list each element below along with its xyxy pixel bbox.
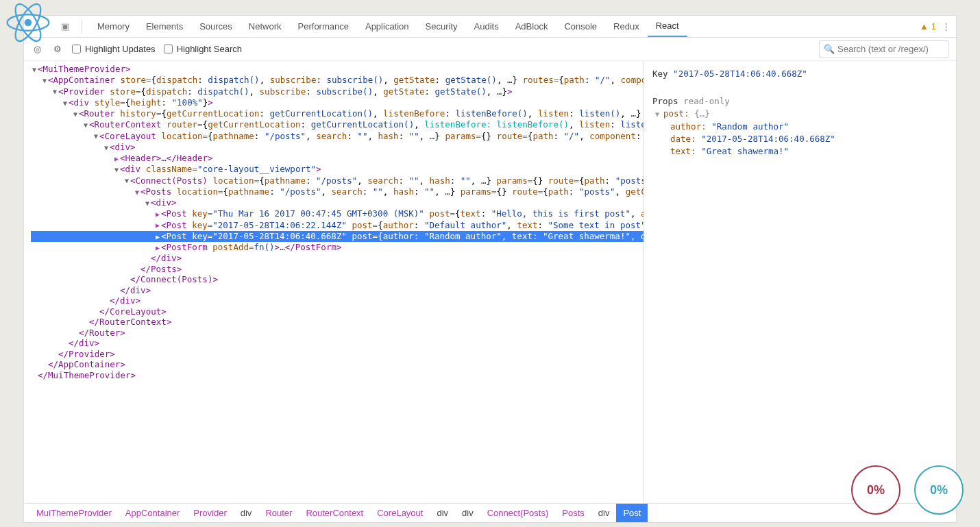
tree-node[interactable]: <PostForm postAdd=fn()>…</PostForm> bbox=[31, 242, 644, 253]
breadcrumb-item[interactable]: AppContainer bbox=[119, 504, 187, 522]
breadcrumb-item[interactable]: div bbox=[234, 504, 259, 522]
prop-key: post: bbox=[663, 108, 694, 119]
tab-network[interactable]: Network bbox=[241, 16, 290, 37]
prop-key: text: bbox=[670, 146, 701, 156]
progress-circle-right[interactable]: 0% bbox=[914, 465, 964, 515]
breadcrumb-item-selected[interactable]: Post bbox=[616, 504, 648, 522]
prop-author[interactable]: author: "Random author" bbox=[652, 121, 948, 133]
warning-count: 1 bbox=[931, 21, 936, 32]
highlight-search-checkbox[interactable] bbox=[164, 45, 173, 53]
react-devtools-toolbar: ◎ ⚙ Highlight Updates Highlight Search 🔍 bbox=[24, 38, 956, 61]
tree-node[interactable]: </RouterContext> bbox=[31, 317, 644, 328]
tree-node-selected[interactable]: <Post key="2017-05-28T14:06:40.668Z" pos… bbox=[31, 231, 644, 242]
props-sidebar: Key "2017-05-28T14:06:40.668Z" Props rea… bbox=[644, 61, 956, 503]
tree-node[interactable]: <Router history={getCurrentLocation: get… bbox=[31, 108, 644, 119]
tab-redux[interactable]: Redux bbox=[605, 16, 648, 37]
tree-node[interactable]: <div className="core-layout__viewport"> bbox=[31, 164, 644, 175]
chevron-down-icon: ▼ bbox=[655, 110, 663, 118]
search-input[interactable] bbox=[837, 44, 944, 54]
svg-point-3 bbox=[25, 19, 32, 27]
breadcrumb-item[interactable]: Provider bbox=[186, 504, 233, 522]
tree-node[interactable]: </CoreLayout> bbox=[31, 306, 644, 317]
prop-value: "Random author" bbox=[711, 121, 789, 132]
tree-node[interactable]: </div> bbox=[31, 285, 644, 296]
prop-key: date: bbox=[670, 134, 701, 144]
highlight-search-toggle[interactable]: Highlight Search bbox=[164, 44, 242, 54]
props-label: Props bbox=[652, 96, 683, 106]
tree-node[interactable]: <Post key="Thu Mar 16 2017 00:47:45 GMT+… bbox=[31, 208, 644, 219]
highlight-search-label: Highlight Search bbox=[177, 44, 242, 54]
tree-node[interactable]: </Router> bbox=[31, 328, 644, 339]
tree-node[interactable]: <Post key="2017-05-28T14:06:22.144Z" pos… bbox=[31, 220, 644, 231]
tab-audits[interactable]: Audits bbox=[466, 16, 507, 37]
prop-post[interactable]: ▼ post: {…} bbox=[652, 108, 948, 121]
warning-badge[interactable]: ▲ 1 bbox=[920, 21, 936, 32]
breadcrumb-item[interactable]: CoreLayout bbox=[370, 504, 430, 522]
breadcrumb: MuiThemeProvider AppContainer Provider d… bbox=[24, 503, 956, 522]
breadcrumb-item[interactable]: MuiThemeProvider bbox=[29, 504, 119, 522]
breadcrumb-item[interactable]: Posts bbox=[555, 504, 591, 522]
props-header: Props read-only bbox=[652, 95, 948, 108]
key-value: "2017-05-28T14:06:40.668Z" bbox=[673, 69, 807, 79]
tree-node[interactable]: </div> bbox=[31, 253, 644, 264]
tab-sources[interactable]: Sources bbox=[191, 16, 241, 37]
tab-application[interactable]: Application bbox=[357, 16, 417, 37]
prop-key: author: bbox=[670, 121, 711, 132]
tree-node[interactable]: <div> bbox=[31, 197, 644, 208]
tree-node[interactable]: <div> bbox=[31, 142, 644, 153]
prop-value: "Great shawerma!" bbox=[701, 146, 789, 156]
highlight-updates-checkbox[interactable] bbox=[72, 45, 81, 53]
tree-node[interactable]: </MuiThemeProvider> bbox=[31, 370, 644, 381]
breadcrumb-item[interactable]: div bbox=[455, 504, 480, 522]
tab-memory[interactable]: Memory bbox=[89, 16, 138, 37]
search-box[interactable]: 🔍 bbox=[819, 40, 949, 58]
tree-node[interactable]: </div> bbox=[31, 295, 644, 306]
tab-console[interactable]: Console bbox=[556, 16, 605, 37]
tab-adblock[interactable]: AdBlock bbox=[507, 16, 556, 37]
progress-circle-left[interactable]: 0% bbox=[851, 465, 901, 515]
props-readonly: read-only bbox=[683, 96, 730, 106]
tree-node[interactable]: <Header>…</Header> bbox=[31, 153, 644, 164]
tree-node[interactable]: <RouterContext router={getCurrentLocatio… bbox=[31, 119, 644, 130]
tree-node[interactable]: <MuiThemeProvider> bbox=[31, 64, 644, 75]
breadcrumb-item[interactable]: RouterContext bbox=[299, 504, 370, 522]
target-icon[interactable]: ◎ bbox=[31, 44, 43, 54]
breadcrumb-item[interactable]: Connect(Posts) bbox=[480, 504, 556, 522]
key-row: Key "2017-05-28T14:06:40.668Z" bbox=[652, 68, 948, 80]
key-label: Key bbox=[652, 69, 673, 79]
tree-node[interactable]: </Connect(Posts)> bbox=[31, 274, 644, 285]
component-tree[interactable]: <MuiThemeProvider> <AppContainer store={… bbox=[24, 61, 644, 503]
prop-value: {…} bbox=[694, 108, 710, 119]
tab-security[interactable]: Security bbox=[417, 16, 466, 37]
tree-node[interactable]: <Provider store={dispatch: dispatch(), s… bbox=[31, 86, 644, 97]
tree-node[interactable]: </Posts> bbox=[31, 264, 644, 275]
prop-text[interactable]: text: "Great shawerma!" bbox=[652, 145, 948, 158]
react-logo bbox=[5, 3, 51, 45]
breadcrumb-item[interactable]: Router bbox=[258, 504, 299, 522]
separator bbox=[82, 20, 82, 34]
highlight-updates-toggle[interactable]: Highlight Updates bbox=[72, 44, 156, 54]
tree-node[interactable]: </AppContainer> bbox=[31, 359, 644, 370]
tab-react[interactable]: React bbox=[648, 16, 687, 37]
kebab-menu-icon[interactable]: ⋮ bbox=[942, 21, 951, 32]
tree-node[interactable]: <div style={height: "100%"}> bbox=[31, 97, 644, 108]
tree-node[interactable]: </Provider> bbox=[31, 349, 644, 360]
warning-icon: ▲ bbox=[920, 21, 929, 32]
tree-node[interactable]: </div> bbox=[31, 338, 644, 349]
prop-value: "2017-05-28T14:06:40.668Z" bbox=[701, 134, 835, 144]
prop-date[interactable]: date: "2017-05-28T14:06:40.668Z" bbox=[652, 133, 948, 145]
tree-node[interactable]: <CoreLayout location={pathname: "/posts"… bbox=[31, 131, 644, 142]
breadcrumb-item[interactable]: div bbox=[430, 504, 455, 522]
gear-icon[interactable]: ⚙ bbox=[51, 44, 64, 54]
tab-performance[interactable]: Performance bbox=[290, 16, 357, 37]
progress-fabs: 0% 0% bbox=[851, 465, 964, 515]
tree-node[interactable]: <Connect(Posts) location={pathname: "/po… bbox=[31, 175, 644, 186]
tab-elements[interactable]: Elements bbox=[138, 16, 191, 37]
tree-node[interactable]: <AppContainer store={dispatch: dispatch(… bbox=[31, 75, 644, 86]
dock-icon[interactable]: ▣ bbox=[58, 21, 72, 32]
highlight-updates-label: Highlight Updates bbox=[85, 44, 156, 54]
tree-node[interactable]: <Posts location={pathname: "/posts", sea… bbox=[31, 186, 644, 197]
search-icon: 🔍 bbox=[824, 44, 835, 54]
devtools-tabbar: ▣ Memory Elements Sources Network Perfor… bbox=[24, 16, 956, 38]
breadcrumb-item[interactable]: div bbox=[591, 504, 617, 522]
